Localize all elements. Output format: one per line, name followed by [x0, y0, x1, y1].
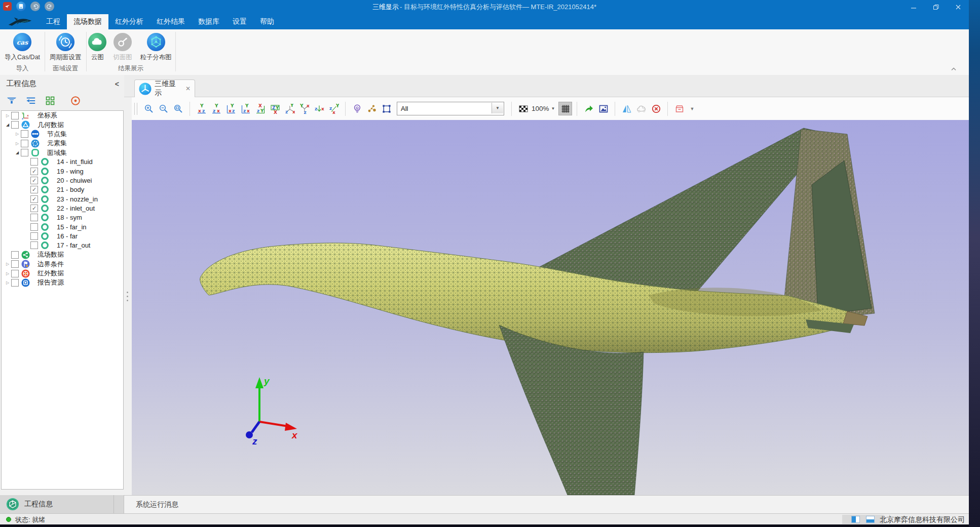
expander-collapsed-icon[interactable]: ▷	[14, 141, 21, 146]
tree-checkbox[interactable]	[11, 251, 19, 259]
tree-item-23---nozzle_in[interactable]: ✓23 - nozzle_in	[2, 194, 123, 204]
tree-item-红外数据[interactable]: ▷红外数据	[2, 269, 123, 278]
tree-checkbox[interactable]	[21, 130, 28, 138]
menu-item-1[interactable]: 流场数据	[67, 14, 108, 29]
tree-item-14---int_fluid[interactable]: 14 - int_fluid	[2, 157, 123, 167]
remove-red-button[interactable]	[649, 102, 663, 115]
view-front-button[interactable]: xzY	[195, 102, 208, 115]
panel-collapse-button[interactable]: <	[115, 80, 119, 88]
panel-splitter[interactable]	[124, 75, 132, 495]
tree-checkbox[interactable]	[11, 260, 19, 268]
iso-view-3-button[interactable]: zx	[312, 102, 326, 115]
iso-view-2-button[interactable]: Yxz	[297, 102, 311, 115]
menu-item-2[interactable]: 红外分析	[108, 14, 150, 29]
expander-collapsed-icon[interactable]: ▷	[4, 271, 11, 276]
iso-view-4-button[interactable]: zYx	[327, 102, 341, 115]
ribbon-button-4[interactable]: 粒子分布图	[136, 31, 175, 62]
aircraft-model-canvas[interactable]: y x z	[132, 120, 969, 495]
layout-left-icon[interactable]	[851, 516, 860, 523]
tree-checkbox-checked[interactable]: ✓	[30, 186, 38, 193]
tree-checkbox[interactable]	[30, 223, 38, 231]
app-icon[interactable]	[3, 2, 12, 11]
tree-item-19---wing[interactable]: ✓19 - wing	[2, 167, 123, 176]
menu-item-3[interactable]: 红外结果	[150, 14, 192, 29]
more-options-chevron-icon[interactable]: ▼	[690, 106, 694, 111]
box-select-button[interactable]	[380, 102, 393, 115]
minimize-button[interactable]	[910, 4, 917, 11]
tree-checkbox[interactable]	[30, 158, 38, 166]
snapshot-button[interactable]	[596, 102, 610, 115]
tree-checkbox[interactable]	[30, 241, 38, 249]
tree-checkbox[interactable]	[11, 112, 19, 119]
tab-3d-view[interactable]: 三维显示 ✕	[134, 79, 195, 97]
tab-close-icon[interactable]: ✕	[185, 85, 191, 92]
red-box-button[interactable]	[672, 102, 686, 115]
grid-button[interactable]	[558, 102, 572, 115]
tree-checkbox[interactable]	[30, 214, 38, 221]
mirror-button[interactable]	[620, 102, 633, 115]
export-arrow-button[interactable]	[582, 102, 595, 115]
toolbar-drag-handle[interactable]	[134, 103, 137, 115]
zoom-in-button[interactable]	[142, 102, 156, 115]
layout-bottom-icon[interactable]	[866, 516, 875, 523]
undo-button[interactable]	[30, 2, 40, 11]
tree-item-22---inlet_out[interactable]: ✓22 - inlet_out	[2, 204, 123, 213]
tree-checkbox-checked[interactable]: ✓	[30, 168, 38, 175]
ribbon-collapse-icon[interactable]	[950, 66, 958, 72]
menu-item-0[interactable]: 工程	[40, 14, 67, 29]
view-back-button[interactable]: zxY	[209, 102, 223, 115]
menu-item-4[interactable]: 数据库	[192, 14, 226, 29]
light-button[interactable]	[350, 102, 364, 115]
expander-expanded-icon[interactable]: ◢	[14, 150, 21, 155]
tree-item-16---far[interactable]: 16 - far	[2, 231, 123, 240]
expander-collapsed-icon[interactable]: ▷	[4, 280, 11, 285]
tree-item-坐标系[interactable]: ▷Yzx坐标系	[2, 111, 123, 120]
project-info-bottom-button[interactable]: 工程信息	[0, 495, 124, 513]
tree-item-15---far_in[interactable]: 15 - far_in	[2, 222, 123, 231]
tree-checkbox[interactable]	[11, 270, 19, 277]
redo-button[interactable]	[45, 2, 54, 11]
tree-checkbox[interactable]	[30, 232, 38, 240]
maximize-button[interactable]	[932, 4, 939, 11]
tree-item-边界条件[interactable]: ▷边界条件	[2, 260, 123, 269]
viewport-3d[interactable]: y x z	[132, 120, 969, 495]
tree-item-17---far_out[interactable]: 17 - far_out	[2, 241, 123, 250]
combo-dropdown-icon[interactable]: ▼	[492, 103, 503, 113]
tree-item-流场数据[interactable]: 流场数据	[2, 250, 123, 259]
zoom-fit-button[interactable]	[171, 102, 185, 115]
tree-checkbox[interactable]	[21, 140, 28, 147]
list-view-icon[interactable]	[24, 95, 37, 106]
tree-item-报告资源[interactable]: ▷报告资源	[2, 278, 123, 287]
expander-collapsed-icon[interactable]: ▷	[4, 113, 11, 118]
view-left-button[interactable]: xzY	[224, 102, 238, 115]
checker-button[interactable]	[516, 102, 530, 115]
tree-item-面域集[interactable]: ◢面域集	[2, 148, 123, 157]
expander-collapsed-icon[interactable]: ▷	[14, 132, 21, 136]
cloud-wire-button[interactable]	[634, 102, 648, 115]
tree-item-21---body[interactable]: ✓21 - body	[2, 185, 123, 194]
target-icon[interactable]	[69, 95, 82, 106]
expander-collapsed-icon[interactable]: ▷	[4, 262, 11, 266]
tree-item-20---chuiwei[interactable]: ✓20 - chuiwei	[2, 176, 123, 185]
tree-item-节点集[interactable]: ▷节点集	[2, 130, 123, 139]
tree-item-几何数据[interactable]: ◢几何数据	[2, 120, 123, 129]
tree-checkbox[interactable]	[11, 121, 19, 129]
close-button[interactable]	[955, 4, 962, 11]
view-right-button[interactable]: zxY	[239, 102, 252, 115]
zoom-out-button[interactable]	[157, 102, 170, 115]
ribbon-button-0[interactable]: cas导入Cas/Dat	[1, 31, 44, 62]
view-top-button[interactable]: zYX	[253, 102, 267, 115]
iso-view-1-button[interactable]: Yxz	[283, 102, 296, 115]
layout-toggle-group[interactable]	[842, 515, 884, 524]
tree-checkbox[interactable]	[11, 279, 19, 287]
expander-expanded-icon[interactable]: ◢	[4, 123, 11, 127]
tree-checkbox-checked[interactable]: ✓	[30, 177, 38, 184]
tree-checkbox-checked[interactable]: ✓	[30, 195, 38, 203]
menu-item-6[interactable]: 帮助	[253, 14, 281, 29]
tree-item-18---sym[interactable]: 18 - sym	[2, 213, 123, 222]
ribbon-button-1[interactable]: 周期面设置	[45, 31, 86, 62]
tree-checkbox[interactable]	[21, 149, 28, 156]
view-bottom-button[interactable]: ZYX	[268, 102, 282, 115]
filter-icon[interactable]	[5, 95, 18, 106]
zoom-level-dropdown[interactable]: 100%▼	[532, 105, 555, 112]
